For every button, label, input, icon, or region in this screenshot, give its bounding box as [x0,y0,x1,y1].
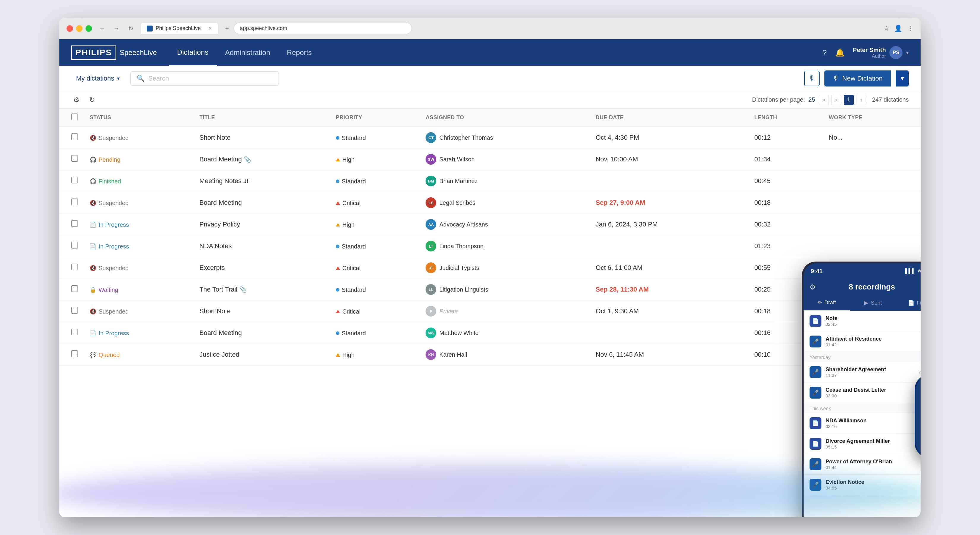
priority-badge: Critical [336,200,361,206]
status-icon: 🔇 [90,200,96,206]
attachment-icon: 📎 [244,156,251,163]
priority-dot [336,158,340,161]
assignee: P Private [426,306,458,316]
dictations-table: STATUS TITLE PRIORITY ASSIGNED TO DUE DA… [59,109,921,366]
phone-item-icon: 🎤 [810,387,821,399]
row-checkbox[interactable] [71,242,78,249]
status-icon: 🔇 [90,308,96,315]
priority-dot [336,136,339,140]
row-checkbox[interactable] [71,155,78,162]
table-container: STATUS TITLE PRIORITY ASSIGNED TO DUE DA… [59,109,921,517]
phone-list-item[interactable]: 🎤 Power of Attorney O'Brian 01:44 13 h [803,454,921,475]
address-bar[interactable]: app.speechlive.com [234,22,412,34]
row-checkbox[interactable] [71,264,78,270]
duration: 01:23 [754,242,771,250]
table-row[interactable]: 🔇 Suspended Short Note Standard CT Chris… [59,127,921,149]
close-dot[interactable] [67,25,73,32]
current-page: 1 [844,95,854,105]
phone-item-title: Power of Attorney O'Brian [826,458,921,465]
notifications-icon[interactable]: 🔔 [835,48,845,57]
priority-badge: Critical [336,265,361,271]
assignee: JT Judicial Typists [426,262,479,273]
status-icon: 🔇 [90,135,96,141]
nav-item-administration[interactable]: Administration [217,39,278,66]
phone-list-item[interactable]: 📄 Note 02:45 10:22 [803,311,921,331]
phone-tab-draft[interactable]: ✏ Draft [803,295,850,311]
table-row[interactable]: 📄 In Progress Privacy Policy High AA Adv… [59,214,921,235]
phone-item-duration: 03:30 [826,393,914,398]
phone-item-title: NDA Williamson [826,418,921,424]
phone-list-item[interactable]: 🎤 Affidavit of Residence 01:42 09:57 [803,331,921,352]
browser-tab[interactable]: Philips SpeechLive ✕ [141,23,218,34]
prev-page-button[interactable]: ‹ [831,95,841,105]
phone-tab-finish[interactable]: 📄 Finish [896,295,921,311]
phone-time: 9:41 [811,268,822,275]
table-row[interactable]: 🔇 Suspended Short Note Critical P Privat… [59,300,921,322]
due-date: Sep 27, 9:00 AM [596,199,645,206]
forward-button[interactable]: → [111,23,122,34]
table-row[interactable]: 📄 In Progress NDA Notes Standard LT Lind… [59,235,921,257]
account-icon[interactable]: 👤 [894,25,902,32]
maximize-dot[interactable] [86,25,92,32]
user-menu[interactable]: Peter Smith Author PS ▾ [853,46,909,59]
row-checkbox[interactable] [71,198,78,205]
table-row[interactable]: 📄 In Progress Board Meeting Standard MW … [59,322,921,344]
dictation-title: Short Note [199,307,231,315]
sent-icon: ▶ [864,300,868,306]
duration: 00:45 [754,177,771,185]
tab-close-button[interactable]: ✕ [208,26,212,31]
assignee-name: Judicial Typists [439,265,479,271]
bookmark-icon[interactable]: ☆ [883,25,889,32]
phone-list-item[interactable]: 📄 NDA Williamson 03:16 14 h [803,413,921,434]
filter-dropdown[interactable]: My dictations ▾ [71,72,124,85]
row-checkbox[interactable] [71,350,78,357]
row-checkbox[interactable] [71,220,78,227]
search-bar[interactable]: 🔍 Search [130,71,279,86]
back-button[interactable]: ← [97,23,108,34]
row-checkbox[interactable] [71,329,78,335]
new-dictation-button[interactable]: 🎙 New Dictation [824,70,891,86]
table-row[interactable]: 🎧 Pending Board Meeting 📎 High SW Sarah … [59,149,921,170]
assignee-avatar: LS [426,197,436,208]
menu-icon[interactable]: ⋮ [907,25,913,32]
per-page-value[interactable]: 25 [808,96,815,103]
first-page-button[interactable]: « [819,95,829,105]
new-dictation-split-button[interactable]: ▾ [896,70,909,86]
dictation-title: The Tort Trail [199,286,237,293]
row-checkbox[interactable] [71,307,78,313]
phone-list-item[interactable]: 🎤 Shareholder Agreement 11:37 Yesterday [803,362,921,383]
nav-item-reports[interactable]: Reports [278,39,320,66]
user-menu-chevron: ▾ [906,50,909,56]
priority-badge: Critical [336,308,361,315]
phone-item-content: Affidavit of Residence 01:42 [826,336,921,347]
row-checkbox[interactable] [71,177,78,184]
nav-item-dictations[interactable]: Dictations [169,39,216,66]
row-checkbox[interactable] [71,285,78,292]
phone-item-duration: 02:45 [826,322,921,327]
select-all-checkbox[interactable] [71,113,78,120]
mic-button[interactable]: 🎙 [804,71,819,86]
user-avatar[interactable]: PS [889,46,902,59]
next-page-button[interactable]: › [856,95,866,105]
assignee-avatar: AA [426,219,436,230]
table-row[interactable]: 🔒 Waiting The Tort Trail 📎 Standard LL L… [59,279,921,300]
phone-tab-sent[interactable]: ▶ Sent [850,295,896,311]
signal-icon: ▌▌▌ [905,268,915,274]
table-row[interactable]: 🔇 Suspended Excerpts Critical JT Judicia… [59,257,921,279]
minimize-dot[interactable] [76,25,83,32]
refresh-icon[interactable]: ↻ [87,94,97,106]
help-icon[interactable]: ? [822,48,826,57]
phone-list-item[interactable]: 🎤 Cease and Desist Letter 03:30 Yesterda… [803,383,921,403]
phone-settings-icon[interactable]: ⚙ [810,283,816,291]
pagination: « ‹ 1 › [819,95,866,105]
filter-settings-icon[interactable]: ⚙ [71,94,81,106]
phone-list-item[interactable]: 📄 Divorce Agreement Miller 05:15 14 h [803,434,921,454]
table-row[interactable]: 🎧 Finished Meeting Notes JF Standard BM … [59,170,921,192]
new-tab-button[interactable]: + [225,25,229,32]
reload-button[interactable]: ↻ [125,23,136,34]
assignee: SW Sarah Wilson [426,154,474,164]
phone-item-time: Yesterday [918,370,921,375]
row-checkbox[interactable] [71,133,78,140]
table-row[interactable]: 🔇 Suspended Board Meeting Critical LS Le… [59,192,921,214]
table-row[interactable]: 💬 Queued Justice Jotted High KH Karen Ha… [59,344,921,366]
